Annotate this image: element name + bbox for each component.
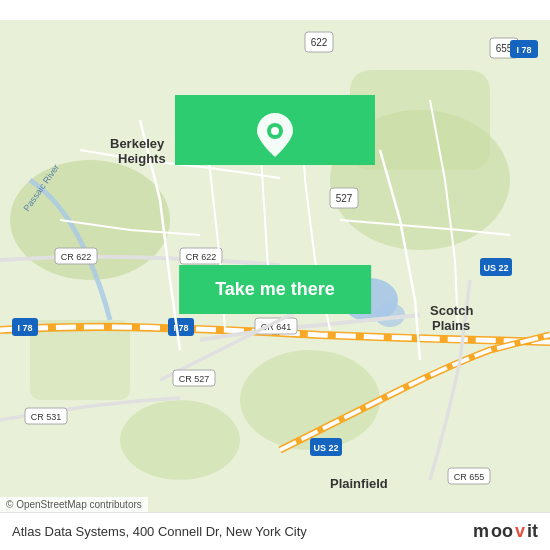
svg-text:Heights: Heights xyxy=(118,151,166,166)
logo-text-oo: oo xyxy=(491,521,513,542)
svg-text:I 78: I 78 xyxy=(516,45,531,55)
svg-text:CR 527: CR 527 xyxy=(179,374,210,384)
copyright-bar: © OpenStreetMap contributors xyxy=(0,497,148,512)
svg-text:Plainfield: Plainfield xyxy=(330,476,388,491)
svg-text:US 22: US 22 xyxy=(313,443,338,453)
svg-rect-6 xyxy=(30,320,130,400)
location-pin-wrapper xyxy=(257,107,293,159)
svg-point-4 xyxy=(120,400,240,480)
logo-text-v: v xyxy=(515,521,525,542)
svg-text:CR 655: CR 655 xyxy=(454,472,485,482)
location-pin-icon xyxy=(257,113,293,157)
cta-card: Take me there xyxy=(175,95,375,165)
copyright-text: © OpenStreetMap contributors xyxy=(6,499,142,510)
take-me-there-button[interactable]: Take me there xyxy=(179,265,371,314)
svg-text:527: 527 xyxy=(336,193,353,204)
svg-text:CR 531: CR 531 xyxy=(31,412,62,422)
svg-text:Scotch: Scotch xyxy=(430,303,473,318)
logo-text-m: m xyxy=(473,521,489,542)
svg-text:CR 622: CR 622 xyxy=(61,252,92,262)
svg-text:US 22: US 22 xyxy=(483,263,508,273)
logo-text-it: it xyxy=(527,521,538,542)
svg-text:I 78: I 78 xyxy=(17,323,32,333)
map-container: CR 622 CR 622 CR 641 CR 527 527 CR 531 C… xyxy=(0,0,550,550)
bottom-bar: Atlas Data Systems, 400 Connell Dr, New … xyxy=(0,512,550,550)
address-label: Atlas Data Systems, 400 Connell Dr, New … xyxy=(12,524,473,539)
svg-text:622: 622 xyxy=(311,37,328,48)
svg-text:Plains: Plains xyxy=(432,318,470,333)
svg-text:CR 622: CR 622 xyxy=(186,252,217,262)
svg-text:Berkeley: Berkeley xyxy=(110,136,165,151)
svg-point-44 xyxy=(271,127,279,135)
moovit-logo: m oo v it xyxy=(473,521,538,542)
